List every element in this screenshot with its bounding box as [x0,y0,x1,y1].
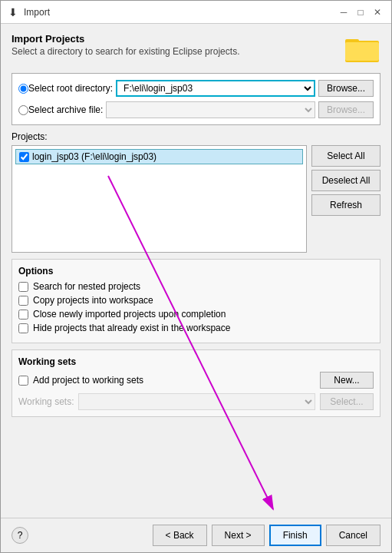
directory-form: Select root directory: F:\eli\login_jsp0… [12,73,380,125]
nested-checkbox[interactable] [18,282,28,292]
root-dir-select[interactable]: F:\eli\login_jsp03 [116,80,315,97]
add-to-sets-label: Add project to working sets [33,375,143,386]
projects-row: login_jsp03 (F:\eli\login_jsp03) Select … [12,145,380,253]
working-sets-title: Working sets [18,356,374,367]
working-sets-select [78,393,315,410]
working-sets-section: Working sets Add project to working sets… [12,349,380,417]
deselect-all-button[interactable]: Deselect All [311,170,380,191]
hide-checkbox[interactable] [18,323,28,333]
select-working-set-button: Select... [320,393,374,410]
close-label: Close newly imported projects upon compl… [33,309,226,320]
projects-label: Projects: [12,131,380,142]
option-close: Close newly imported projects upon compl… [18,309,374,320]
back-button[interactable]: < Back [153,525,207,546]
next-button[interactable]: Next > [212,525,265,546]
refresh-button[interactable]: Refresh [311,194,380,216]
svg-rect-2 [345,42,379,61]
window-title: Import [24,7,50,18]
project-checkbox[interactable] [19,152,29,162]
archive-browse-button: Browse... [318,101,374,118]
archive-label: Select archive file: [28,104,103,115]
root-dir-radio[interactable] [18,84,28,94]
dialog-content: Import Projects Select a directory to se… [1,24,391,518]
options-title: Options [18,266,374,276]
header-text: Import Projects Select a directory to se… [12,33,239,57]
projects-buttons: Select All Deselect All Refresh [311,145,380,216]
option-copy: Copy projects into workspace [18,295,374,306]
root-browse-button[interactable]: Browse... [318,80,374,97]
working-sets-label: Working sets: [18,396,74,407]
hide-label: Hide projects that already exist in the … [33,323,230,333]
project-item: login_jsp03 (F:\eli\login_jsp03) [15,149,303,164]
option-hide: Hide projects that already exist in the … [18,323,374,333]
working-sets-input-row: Working sets: Select... [18,393,374,410]
footer-left: ? [12,527,28,544]
window-icon: ⬇ [7,6,19,18]
header-section: Import Projects Select a directory to se… [12,33,380,64]
minimize-button[interactable]: ─ [336,5,351,20]
add-to-sets-checkbox[interactable] [18,376,28,386]
dialog-subtitle: Select a directory to search for existin… [12,46,239,57]
dialog-title: Import Projects [12,33,239,45]
projects-list: login_jsp03 (F:\eli\login_jsp03) [12,145,307,253]
options-section: Options Search for nested projects Copy … [12,259,380,343]
archive-radio[interactable] [18,105,28,115]
maximize-button[interactable]: □ [353,5,368,20]
nested-label: Search for nested projects [33,281,140,292]
close-checkbox[interactable] [18,310,28,320]
project-item-label: login_jsp03 (F:\eli\login_jsp03) [32,151,156,162]
help-button[interactable]: ? [12,527,28,544]
archive-row: Select archive file: Browse... [18,101,374,118]
option-nested: Search for nested projects [18,281,374,292]
dialog-footer: ? < Back Next > Finish Cancel [1,518,391,552]
working-sets-add-row: Add project to working sets New... [18,372,374,389]
footer-buttons: < Back Next > Finish Cancel [153,525,380,546]
copy-label: Copy projects into workspace [33,295,153,306]
projects-section: Projects: login_jsp03 (F:\eli\login_jsp0… [12,131,380,253]
root-dir-label: Select root directory: [28,83,113,94]
copy-checkbox[interactable] [18,296,28,306]
archive-select [106,101,315,118]
root-dir-row: Select root directory: F:\eli\login_jsp0… [18,80,374,97]
import-dialog: ⬇ Import ─ □ ✕ Import Projects Select a … [0,0,392,553]
finish-button[interactable]: Finish [269,525,321,546]
select-all-button[interactable]: Select All [311,145,380,167]
title-bar: ⬇ Import ─ □ ✕ [1,1,391,24]
new-working-set-button[interactable]: New... [320,372,374,389]
cancel-button[interactable]: Cancel [326,525,380,546]
folder-icon [344,33,380,64]
close-button[interactable]: ✕ [370,5,385,20]
